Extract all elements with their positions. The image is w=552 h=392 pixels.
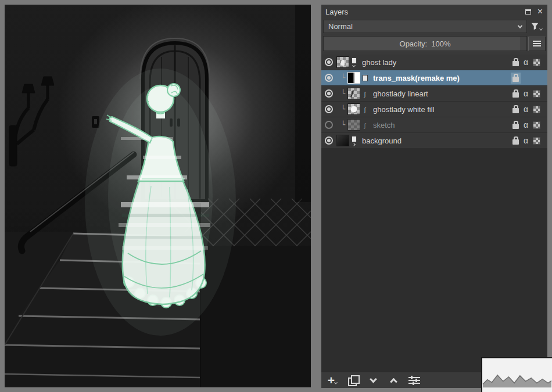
inherit-alpha-icon[interactable]: [533, 90, 540, 98]
layer-name: ghost lady: [362, 58, 512, 67]
application-window: Layers Normal Opacity: 100%: [0, 0, 552, 392]
layer-row-background[interactable]: background: [321, 133, 547, 149]
eye-icon[interactable]: [325, 58, 333, 66]
lock-icon[interactable]: [512, 61, 519, 66]
blend-mode-value: Normal: [328, 22, 353, 31]
canvas-artwork: [5, 5, 311, 387]
lock-icon[interactable]: [512, 77, 519, 82]
page-icon: [352, 136, 357, 142]
page-icon: [352, 57, 357, 64]
eye-icon[interactable]: [325, 89, 333, 98]
chevron-down-icon: [334, 380, 338, 384]
move-layer-down-button[interactable]: [368, 374, 378, 387]
layer-row-sketch[interactable]: sketch: [321, 117, 547, 133]
move-layer-up-button[interactable]: [388, 374, 399, 387]
filter-layers-button[interactable]: [527, 20, 546, 33]
overview-popup[interactable]: [481, 357, 552, 392]
opacity-value: 100%: [431, 39, 450, 48]
properties-icon: [408, 376, 420, 385]
opacity-slider[interactable]: Opacity: 100%: [323, 36, 527, 51]
page-icon: [363, 75, 368, 81]
lock-icon[interactable]: [512, 108, 519, 113]
close-panel-icon[interactable]: [537, 7, 543, 16]
panel-title: Layers: [325, 8, 525, 16]
lock-icon[interactable]: [512, 139, 519, 145]
inherit-alpha-icon[interactable]: [533, 59, 540, 66]
layer-thumbnail[interactable]: [336, 135, 349, 146]
layer-list[interactable]: ghost lady trans_mask(remake me): [321, 55, 547, 372]
alpha-icon[interactable]: [524, 136, 528, 145]
eye-icon[interactable]: [325, 74, 333, 82]
duplicate-layer-button[interactable]: [347, 374, 358, 387]
expand-chevron-icon[interactable]: [352, 143, 356, 146]
eye-icon[interactable]: [325, 121, 333, 129]
layer-thumbnail[interactable]: [347, 72, 360, 84]
chevron-down-icon: [370, 376, 377, 383]
chevron-down-icon: [539, 27, 543, 31]
collapse-chevron-icon[interactable]: [352, 64, 356, 67]
light-switch: [92, 116, 99, 128]
wall-sconce-icon: [9, 77, 54, 166]
panel-titlebar[interactable]: Layers: [321, 5, 547, 19]
layer-thumbnail[interactable]: [347, 119, 360, 131]
chevron-up-icon: [390, 378, 397, 386]
tree-branch-icon: [339, 105, 347, 113]
layer-row-ghostlady-white-fill[interactable]: ghostlady white fill: [321, 102, 547, 117]
alpha-icon[interactable]: [524, 105, 528, 114]
layer-name: ghostlady white fill: [373, 105, 512, 114]
eye-icon[interactable]: [325, 105, 333, 113]
layers-panel: Layers Normal Opacity: 100%: [321, 5, 547, 388]
duplicate-icon: [348, 375, 358, 385]
tree-branch-icon: [339, 74, 347, 82]
ghost-figure: [85, 69, 236, 336]
mask-curl-icon: [364, 89, 365, 98]
layer-properties-button[interactable]: [408, 374, 420, 387]
canvas-viewport[interactable]: [5, 5, 311, 387]
layer-thumbnail[interactable]: [347, 103, 360, 115]
layer-row-trans-mask[interactable]: trans_mask(remake me): [321, 70, 547, 86]
layer-name: ghostlady lineart: [373, 89, 512, 98]
layer-name: background: [362, 136, 512, 145]
layer-row-ghostlady-lineart[interactable]: ghostlady lineart: [321, 86, 547, 102]
mask-curl-icon: [364, 105, 365, 114]
inherit-alpha-icon[interactable]: [533, 137, 540, 145]
float-panel-icon[interactable]: [525, 9, 531, 15]
tree-branch-icon: [339, 121, 347, 129]
tree-branch-icon: [339, 89, 347, 98]
funnel-icon: [531, 22, 539, 31]
layer-thumbnail[interactable]: [347, 88, 360, 99]
lock-icon[interactable]: [512, 92, 519, 98]
overview-thumbnail: [482, 358, 552, 392]
layer-menu-button[interactable]: [528, 37, 546, 51]
layer-thumbnail[interactable]: [336, 56, 349, 68]
blend-mode-dropdown[interactable]: Normal: [323, 20, 527, 33]
alpha-icon[interactable]: [524, 89, 528, 98]
mask-curl-icon: [364, 121, 365, 130]
lock-icon[interactable]: [512, 124, 519, 129]
layer-row-ghost-lady[interactable]: ghost lady: [321, 55, 547, 70]
slider-end-cap[interactable]: [521, 37, 526, 51]
plus-icon: [328, 375, 335, 386]
chevron-down-icon: [518, 23, 522, 28]
inherit-alpha-icon[interactable]: [533, 121, 540, 129]
inherit-alpha-icon[interactable]: [533, 106, 540, 113]
eye-icon[interactable]: [325, 136, 333, 145]
alpha-icon[interactable]: [524, 58, 528, 67]
add-layer-button[interactable]: [327, 374, 338, 387]
alpha-icon[interactable]: [524, 121, 528, 130]
layer-name: sketch: [373, 121, 512, 130]
hamburger-icon: [533, 39, 541, 48]
layer-name: trans_mask(remake me): [373, 74, 512, 82]
opacity-label: Opacity:: [400, 39, 428, 48]
